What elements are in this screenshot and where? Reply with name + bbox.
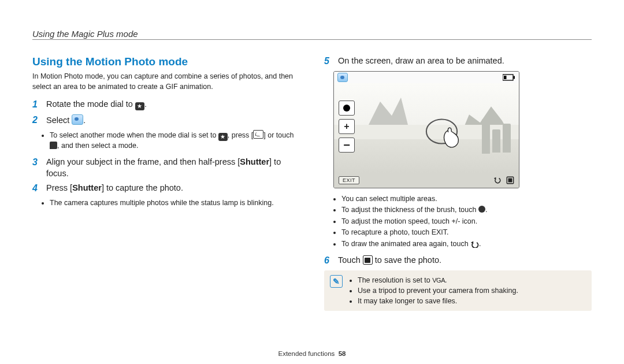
right-column: 5 On the screen, draw an area to be anim… [324,55,592,311]
battery-icon [503,74,515,81]
step-number: 5 [324,55,332,68]
motion-photo-icon [72,114,83,125]
exit-button[interactable]: EXIT [339,176,359,184]
toolbar: + − [339,101,354,153]
note-box: ✎ The resolution is set to VGA. Use a tr… [324,270,592,311]
screenshot-body: + − [334,83,519,173]
step-1: 1 Rotate the mode dial to ★. [32,99,300,111]
step-number: 4 [32,183,40,195]
left-column: Using the Motion Photo mode In Motion Ph… [32,55,300,311]
motion-photo-icon [337,73,348,82]
brush-icon [478,206,485,213]
step-text: Rotate the mode dial to [46,99,135,109]
chapter-title: Using the Magic Plus mode [32,29,592,40]
step-text: Select [46,116,72,125]
undo-icon [470,240,479,248]
section-intro: In Motion Photo mode, you can capture an… [32,72,300,92]
mode-dial-icon: ★ [218,133,228,141]
speed-minus-button[interactable]: − [339,138,355,153]
screenshot-topbar [334,72,519,83]
page-number: 58 [339,350,346,357]
note-badge-icon: ✎ [330,275,343,288]
step-5-subnotes: You can select multiple areas. To adjust… [324,194,592,250]
section-title: Using the Motion Photo mode [32,55,300,68]
page-footer: Extended functions 58 [0,350,624,357]
footer-section: Extended functions [278,350,335,357]
step-number: 6 [324,255,332,267]
step-5: 5 On the screen, draw an area to be anim… [324,55,592,68]
step-number: 3 [32,157,40,179]
step-number: 2 [32,114,40,127]
manual-page: Using the Magic Plus mode Using the Moti… [0,0,624,364]
speed-plus-button[interactable]: + [339,119,355,134]
save-icon[interactable] [506,176,514,184]
step-4: 4 Press [Shutter] to capture the photo. [32,183,300,195]
vga-label: VGA [432,277,445,284]
step-4-subnote: The camera captures multiple photos whil… [32,198,300,209]
svg-rect-5 [508,178,512,182]
step-3: 3 Align your subject in the frame, and t… [32,157,300,179]
brush-size-button[interactable] [339,101,355,116]
svg-rect-2 [514,76,515,79]
undo-icon[interactable] [493,176,502,184]
back-key-icon [253,130,263,139]
mode-touch-icon [50,142,57,149]
screenshot-footer: EXIT [334,173,519,188]
step-number: 1 [32,99,40,111]
step-2: 2 Select . [32,114,300,127]
mode-dial-icon: ★ [135,102,144,110]
step-2-subnote: To select another mode when the mode dia… [32,130,300,151]
save-icon [363,255,373,265]
step-6: 6 Touch to save the photo. [324,255,592,267]
draw-gesture-icon [424,113,464,154]
svg-rect-1 [504,76,507,79]
camera-screenshot: + − EXIT [333,71,519,188]
